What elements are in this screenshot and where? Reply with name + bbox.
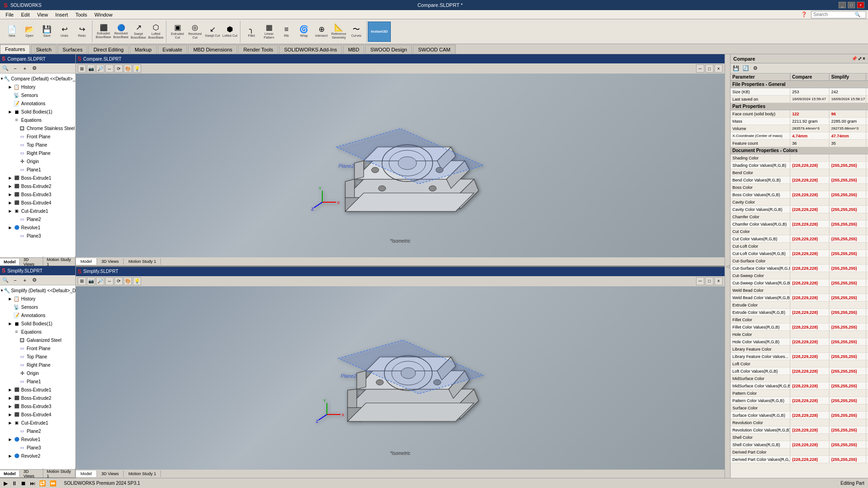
tree-item-plane3-top[interactable]: ▭ Plane3 [0,232,75,240]
revolved-cut-button[interactable]: ◎Revolved Cut [187,22,203,42]
tree-item-origin-b[interactable]: ✛ Origin [0,369,75,377]
intersect-button[interactable]: ⊕Intersect [313,22,330,42]
rp-btn1[interactable]: 💾 [731,64,741,73]
vp-icon6[interactable]: 🎨 [124,64,132,73]
status-icon1[interactable]: ▶ [4,480,8,487]
tree-item-boss2-b[interactable]: ▶ ⬛ Boss-Extrude2 [0,394,75,402]
tree-item-right-plane-b[interactable]: ▭ Right Plane [0,361,75,369]
vp-restore-btn[interactable]: □ [705,64,714,73]
tree-item-cut-extrude1-top[interactable]: ▶ ▣ Cut-Extrude1 [0,207,75,215]
vp2-icon7[interactable]: 💡 [133,277,141,285]
vp-icon2[interactable]: 📷 [87,64,95,73]
tree-item-plane1-b[interactable]: ▭ Plane1 [0,377,75,386]
vp2-restore-btn[interactable]: □ [705,277,714,285]
tab-mbd[interactable]: MBD [343,45,364,54]
status-icon4[interactable]: ⏭ [30,480,35,487]
ref-geometry-button[interactable]: 📐Reference Geometry [331,22,347,42]
tree-item-boss-extrude4-top[interactable]: ▶ ⬛ Boss-Extrude4 [0,199,75,207]
tab-markup[interactable]: Markup [130,45,157,54]
menu-item-insert[interactable]: Insert [51,11,72,18]
status-icon6[interactable]: ⏩ [50,480,57,487]
expand-icon[interactable]: ⤢ [858,56,862,61]
tree-item-solid-bodies-top[interactable]: ▶ ◼ Solid Bodies(1) [0,108,75,116]
status-icon3[interactable]: ⏹ [21,480,26,487]
tree-item-sensors[interactable]: 📡 Sensors [0,91,75,99]
search-box[interactable]: 🔍 [811,11,866,18]
vp2-icon4[interactable]: ↔ [105,277,114,285]
menu-item-view[interactable]: View [34,11,52,18]
redo-button[interactable]: ↪Redo [74,22,90,42]
bft-expand-button[interactable]: + [20,276,29,284]
vp-icon7[interactable]: 💡 [133,64,141,73]
rib-button[interactable]: ≡Rib [278,22,295,42]
lofted-boss-button[interactable]: ⬡Lofted Boss/Base [148,22,164,42]
vp-minimize-btn[interactable]: ─ [696,64,704,73]
tree-item-revolve2-b[interactable]: ▶ 🔵 Revolve2 [0,452,75,460]
top-tab-model[interactable]: Model [0,259,20,265]
tree-item-front-plane-top[interactable]: ▭ Front Plane [0,132,75,141]
tree-item-boss-extrude1-top[interactable]: ▶ ⬛ Boss-Extrude1 [0,174,75,182]
tree-item-revolve1-b[interactable]: ▶ 🔵 Revolve1 [0,435,75,443]
tab-swood-design[interactable]: SWOOD Design [365,45,412,54]
tree-item-boss-extrude3-top[interactable]: ▶ ⬛ Boss-Extrude3 [0,190,75,199]
swept-boss-button[interactable]: ↗Swept Boss/Base [130,22,147,42]
vp-icon5[interactable]: ⟳ [114,64,123,73]
lofted-cut-button[interactable]: ⬢Lofted Cut [222,22,238,42]
open-button[interactable]: 📂Open [21,22,38,42]
vp-icon3[interactable]: 🔎 [96,64,104,73]
vp2-icon1[interactable]: ⊞ [78,277,86,285]
tree-item-annotations-b[interactable]: 📝 Annotations [0,311,75,319]
ft-filter-button[interactable]: 🔍 [1,64,10,73]
tree-item-plane2-top[interactable]: ▭ Plane2 [0,215,75,223]
top-vbtab-motion[interactable]: Motion Study 1 [124,258,161,265]
tree-item-equations-top[interactable]: = Equations [0,116,75,124]
tree-item-boss3-b[interactable]: ▶ ⬛ Boss-Extrude3 [0,402,75,410]
menu-item-window[interactable]: Window [91,11,116,18]
tab-render-tools[interactable]: Render Tools [238,45,278,54]
bft-collapse-button[interactable]: − [11,276,20,284]
vp2-minimize-btn[interactable]: ─ [696,277,704,285]
tree-item-boss-extrude2-top[interactable]: ▶ ⬛ Boss-Extrude2 [0,182,75,190]
tree-item-history[interactable]: ▶ 📋 History [0,83,75,91]
tab-sketch[interactable]: Sketch [31,45,57,54]
linear-pattern-button[interactable]: ▦Linear Pattern [261,22,277,42]
vp2-icon2[interactable]: 📷 [87,277,95,285]
tab-features[interactable]: Features [0,45,30,54]
bottom-vbtab-motion[interactable]: Motion Study 1 [124,471,161,477]
bft-filter-button[interactable]: 🔍 [1,276,10,284]
top-vbtab-model[interactable]: Model [76,258,97,265]
tree-item-front-plane-b[interactable]: ▭ Front Plane [0,344,75,352]
menu-item-help[interactable]: ❓ [797,11,811,18]
vp2-icon3[interactable]: 🔎 [96,277,104,285]
tree-item-origin-top[interactable]: ✛ Origin [0,157,75,165]
menu-item-edit[interactable]: Edit [17,11,34,18]
rp-btn2[interactable]: 🔄 [741,64,750,73]
vp-icon4[interactable]: ↔ [105,64,114,73]
close-button[interactable]: × [857,2,864,8]
tab-surfaces[interactable]: Surfaces [57,45,87,54]
tree-item-solid-bodies-b[interactable]: ▶ ◼ Solid Bodies(1) [0,319,75,328]
revolved-boss-button[interactable]: 🔵Revolved Boss/Base [113,22,129,42]
rp-btn3[interactable]: ⚙ [751,64,760,73]
pin-icon[interactable]: 📌 [851,56,857,61]
extruded-boss-button[interactable]: ⬛Extruded Boss/Base [95,22,112,42]
swept-cut-button[interactable]: ↙Swept Cut [204,22,221,42]
tree-item-equations-b[interactable]: = Equations [0,328,75,336]
tab-evaluate[interactable]: Evaluate [158,45,188,54]
tree-item-material-top[interactable]: 🔲 Chrome Stainless Steel [0,124,75,132]
tree-item-right-plane-top[interactable]: ▭ Right Plane [0,149,75,157]
fillet-button[interactable]: ╮Fillet [243,22,260,42]
vp2-icon5[interactable]: ⟳ [114,277,123,285]
instant3d-button[interactable]: Instant3D [368,22,391,42]
undo-button[interactable]: ↩Undo [56,22,73,42]
top-tab-motion[interactable]: Motion Study 1 [43,256,75,267]
new-button[interactable]: 📄New [4,22,20,42]
bottom-tab-motion[interactable]: Motion Study 1 [43,468,75,478]
minimize-button[interactable]: _ [839,2,846,8]
tree-item-top-plane-b[interactable]: ▭ Top Plane [0,352,75,361]
vp-close-btn[interactable]: × [714,64,723,73]
save-button[interactable]: 💾Save [39,22,55,42]
status-icon5[interactable]: 🔁 [39,480,46,487]
vp2-close-btn[interactable]: × [714,277,723,285]
tree-item-sensors-b[interactable]: 📡 Sensors [0,303,75,311]
